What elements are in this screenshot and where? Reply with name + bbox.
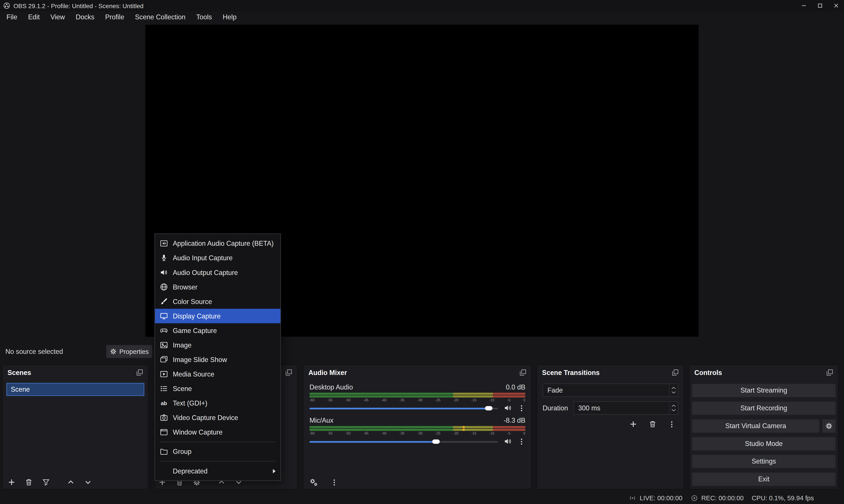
menu-item-image[interactable]: Image xyxy=(155,338,280,352)
move-scene-down-button[interactable] xyxy=(84,478,92,486)
menu-item-audio-output-capture[interactable]: Audio Output Capture xyxy=(155,265,280,280)
channel-options-icon[interactable] xyxy=(518,404,525,412)
gamepad-icon xyxy=(160,326,168,335)
menu-help[interactable]: Help xyxy=(217,11,242,23)
volume-slider-row xyxy=(309,437,525,446)
slider-handle[interactable] xyxy=(432,439,439,444)
virtual-camera-settings-button[interactable] xyxy=(822,419,836,433)
menu-item-image-slide-show[interactable]: Image Slide Show xyxy=(155,352,280,367)
properties-button[interactable]: Properties xyxy=(106,345,152,358)
channel-level: 0.0 dB xyxy=(506,383,525,391)
paintbrush-icon xyxy=(160,298,168,306)
menu-item-color-source[interactable]: Color Source xyxy=(155,294,280,309)
menu-file[interactable]: File xyxy=(1,11,23,23)
audio-mixer-header: Audio Mixer xyxy=(304,365,532,380)
obs-window: OBS 29.1.2 - Profile: Untitled - Scenes:… xyxy=(0,0,844,504)
menu-edit[interactable]: Edit xyxy=(23,11,45,23)
menu-item-video-capture-device[interactable]: Video Capture Device xyxy=(155,410,280,425)
scene-list-item[interactable]: Scene xyxy=(6,383,144,396)
popout-icon[interactable] xyxy=(520,369,526,376)
menu-item-browser[interactable]: Browser xyxy=(155,280,280,294)
menu-separator xyxy=(160,461,275,461)
camera-icon xyxy=(160,414,168,422)
menu-item-media-source[interactable]: Media Source xyxy=(155,367,280,381)
popout-icon[interactable] xyxy=(136,369,143,376)
volume-slider[interactable] xyxy=(309,404,498,412)
menu-item-game-capture[interactable]: Game Capture xyxy=(155,323,280,338)
properties-label: Properties xyxy=(119,348,149,355)
combo-spinner[interactable] xyxy=(669,384,678,396)
mute-speaker-icon[interactable] xyxy=(504,437,512,446)
obs-logo-icon xyxy=(3,2,10,9)
popout-icon[interactable] xyxy=(285,369,292,376)
titlebar: OBS 29.1.2 - Profile: Untitled - Scenes:… xyxy=(0,0,844,11)
minimize-button[interactable] xyxy=(796,0,812,11)
transition-selected-value: Fade xyxy=(547,386,563,394)
settings-button[interactable]: Settings xyxy=(692,454,836,469)
slider-handle[interactable] xyxy=(485,406,492,410)
channel-header-row: Desktop Audio 0.0 dB xyxy=(309,383,525,391)
channel-header-row: Mic/Aux -8.3 dB xyxy=(309,417,525,425)
statusbar: LIVE: 00:00:00 REC: 00:00:00 CPU: 0.1%, … xyxy=(0,492,844,504)
advanced-audio-properties-icon[interactable] xyxy=(309,478,318,486)
popout-icon[interactable] xyxy=(826,369,833,376)
close-button[interactable] xyxy=(828,0,844,11)
menu-view[interactable]: View xyxy=(45,11,70,23)
remove-transition-button[interactable] xyxy=(649,420,657,428)
start-recording-button[interactable]: Start Recording xyxy=(692,401,836,415)
scene-item-label: Scene xyxy=(11,386,30,393)
volume-meter: -60-55-50-45-40-35-30-25-20-15-10-50 xyxy=(309,393,525,402)
menu-item-text-gdi[interactable]: ab Text (GDI+) xyxy=(155,396,280,410)
scenes-dock-header: Scenes xyxy=(3,365,148,380)
rec-status: REC: 00:00:00 xyxy=(690,494,744,502)
menu-item-group[interactable]: Group xyxy=(155,444,280,459)
menu-docks[interactable]: Docks xyxy=(70,11,100,23)
popout-icon[interactable] xyxy=(672,369,679,376)
maximize-button[interactable] xyxy=(812,0,828,11)
menu-scene-collection[interactable]: Scene Collection xyxy=(129,11,191,23)
add-scene-button[interactable] xyxy=(7,478,16,486)
mixer-options-icon[interactable] xyxy=(330,479,338,486)
add-transition-button[interactable] xyxy=(629,420,638,428)
start-virtual-camera-button[interactable]: Start Virtual Camera xyxy=(692,419,820,433)
speaker-icon xyxy=(160,268,168,276)
menu-item-window-capture[interactable]: Window Capture xyxy=(155,425,280,439)
menu-item-audio-input-capture[interactable]: Audio Input Capture xyxy=(155,251,280,265)
remove-scene-button[interactable] xyxy=(25,478,33,486)
globe-icon xyxy=(160,283,168,291)
audio-mixer-dock: Audio Mixer Desktop Audio 0.0 dB -60-55-… xyxy=(303,365,532,489)
mute-speaker-icon[interactable] xyxy=(504,404,512,412)
gear-icon xyxy=(825,422,832,430)
menu-item-display-capture[interactable]: Display Capture xyxy=(155,309,280,323)
menu-item-application-audio-capture[interactable]: Application Audio Capture (BETA) xyxy=(155,236,280,251)
duration-spinbox[interactable]: 300 ms xyxy=(573,401,678,415)
menu-tools[interactable]: Tools xyxy=(191,11,217,23)
volume-slider-row xyxy=(309,404,525,412)
menu-item-scene[interactable]: Scene xyxy=(155,381,280,396)
submenu-arrow-icon xyxy=(273,469,275,473)
window-title: OBS 29.1.2 - Profile: Untitled - Scenes:… xyxy=(13,2,144,9)
duration-spinner[interactable] xyxy=(669,402,678,414)
folder-icon xyxy=(160,448,168,456)
microphone-icon xyxy=(160,254,168,262)
list-icon xyxy=(160,385,168,393)
move-scene-up-button[interactable] xyxy=(67,478,75,486)
scene-filters-button[interactable] xyxy=(42,478,50,486)
gear-icon xyxy=(110,348,117,355)
transition-options-icon[interactable] xyxy=(668,420,676,428)
exit-button[interactable]: Exit xyxy=(692,472,836,486)
volume-slider[interactable] xyxy=(309,438,498,445)
text-icon: ab xyxy=(160,399,168,407)
transition-select[interactable]: Fade xyxy=(543,383,678,397)
record-icon xyxy=(690,494,698,502)
studio-mode-button[interactable]: Studio Mode xyxy=(692,437,836,451)
duration-label: Duration xyxy=(543,404,568,412)
broadcast-icon xyxy=(629,494,636,502)
menu-profile[interactable]: Profile xyxy=(100,11,130,23)
channel-level: -8.3 dB xyxy=(504,417,525,425)
transitions-header: Scene Transitions xyxy=(537,365,683,380)
start-streaming-button[interactable]: Start Streaming xyxy=(692,383,836,398)
menu-item-deprecated[interactable]: Deprecated xyxy=(155,464,280,478)
cpu-status: CPU: 0.1%, 59.94 fps xyxy=(752,494,814,502)
channel-options-icon[interactable] xyxy=(518,438,525,445)
